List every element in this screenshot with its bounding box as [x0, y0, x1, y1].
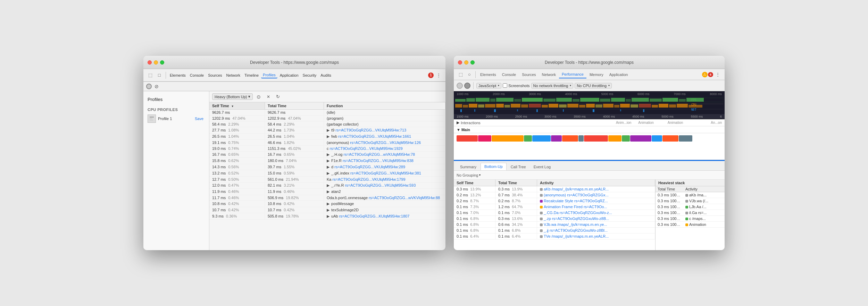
tab-performance-right[interactable]: Performance [559, 71, 586, 78]
heaviest-row-3[interactable]: 0.3 ms 100.0% LJb.Aa /... [656, 204, 725, 210]
tab-event-log[interactable]: Event Log [530, 163, 554, 170]
record-stop-icon[interactable] [146, 84, 152, 89]
inspect-icon[interactable]: □ [155, 71, 164, 79]
heaviest-row-2[interactable]: 0.3 ms 100.0% VJb.wa (/... [656, 198, 725, 204]
network-throttle-dropdown[interactable]: No network throttling ▾ [531, 83, 574, 88]
tab-memory-right[interactable]: Memory [587, 71, 606, 78]
javascript-dropdown[interactable]: JavaScript ▾ [476, 83, 501, 88]
tab-summary[interactable]: Summary [457, 163, 480, 170]
table-row[interactable]: 10.8 ms 0.42% 10.8 ms 0.42% ▶ postMessag… [209, 201, 445, 207]
cell-total-8: 0.1 ms 6.8% [495, 228, 537, 233]
bottom-row-7[interactable]: 0.1 ms 6.8% 0.6 ms 34.1% VJb.wa /maps/_/… [454, 222, 655, 228]
bottom-row-2[interactable]: 0.2 ms 13.2% 0.7 ms 38.4% (anonymous) rs… [454, 192, 655, 198]
header-total-time[interactable]: Total Time [265, 102, 324, 109]
svg-rect-15 [600, 99, 610, 102]
tab-elements-right[interactable]: Elements [477, 71, 499, 78]
minimize-button-right[interactable] [464, 60, 468, 65]
tab-application-left[interactable]: Application [278, 73, 300, 78]
tab-elements-left[interactable]: Elements [168, 73, 187, 78]
bottom-row-6[interactable]: 0.1 ms 6.8% 0.3 ms 13.6% _.zp rs=ACT9OoG… [454, 216, 655, 222]
tab-sources-left[interactable]: Sources [206, 73, 224, 78]
table-row[interactable]: 19.0 ms 0.74% 1151.3 ms 45.02% c rs=ACT9… [209, 146, 445, 152]
heaviest-row-4[interactable]: 0.3 ms 100.0% il.Ga rs=... [656, 210, 725, 216]
table-row[interactable]: 11.7 ms 0.46% 506.9 ms 19.82% Oda.b.port… [209, 195, 445, 201]
maximize-button-left[interactable] [160, 60, 164, 65]
clear-profiler-icon[interactable]: ✕ [265, 93, 272, 101]
save-profile-button[interactable]: Save [193, 116, 205, 121]
table-row[interactable]: 12.7 ms 0.50% 561.0 ms 21.94% Ka rs=ACT9… [209, 177, 445, 182]
cell-total: 506.9 ms 19.82% [265, 195, 324, 201]
svg-rect-55 [517, 109, 518, 111]
tab-console-right[interactable]: Console [499, 71, 519, 78]
table-row[interactable]: 11.9 ms 0.46% 11.9 ms 0.46% ▶ atan2 [209, 189, 445, 195]
heaviest-row-5[interactable]: 0.3 ms 100.0% c /maps... [656, 216, 725, 222]
bottom-row-1[interactable]: 0.3 ms 13.9% 0.3 ms 13.9% aKb /maps/_/js… [454, 186, 655, 192]
tab-console-left[interactable]: Console [188, 73, 206, 78]
header-total-time-bottom[interactable]: Total Time [495, 180, 537, 186]
maximize-button-right[interactable] [470, 60, 475, 65]
cursor-icon-right[interactable]: ⬚ [457, 70, 465, 79]
more-options-icon-left[interactable]: ⋮ [434, 71, 443, 79]
cursor-icon[interactable]: ⬚ [146, 71, 155, 79]
table-row[interactable]: 16.7 ms 0.65% 16.7 ms 0.65% ▶ _.H.og rs=… [209, 152, 445, 158]
timeline-overview: 1000 ms 2000 ms 3000 ms 4000 ms 5000 ms … [454, 91, 725, 114]
table-row[interactable]: 1202.9 ms 47.04% 1202.9 ms 47.04% (progr… [209, 116, 445, 121]
cell-total-4: 1.2 ms 64.7% [495, 204, 537, 210]
clear-icon[interactable]: ⊘ [152, 82, 161, 91]
cpu-throttle-dropdown[interactable]: No CPU throttling ▾ [575, 83, 612, 88]
tab-application-right[interactable]: Application [607, 71, 631, 78]
bottom-row-5[interactable]: 0.1 ms 7.0% 0.1 ms 7.0% _.CG.Da rs=ACT9O… [454, 210, 655, 216]
header-function[interactable]: Function [324, 102, 445, 109]
stop-button[interactable] [464, 83, 470, 89]
bottom-row-4[interactable]: 0.1 ms 7.3% 1.2 ms 64.7% Animation Frame… [454, 204, 655, 210]
tab-timeline-left[interactable]: Timeline [243, 73, 260, 78]
cell-total-5: 0.1 ms 7.0% [495, 210, 537, 215]
bottom-row-9[interactable]: 0.1 ms 6.4% 0.1 ms 6.4% TVe /maps/_/js/k… [454, 233, 655, 239]
tab-bottom-up[interactable]: Bottom-Up [481, 163, 507, 170]
flame-bar-9 [584, 135, 608, 142]
tab-sources-right[interactable]: Sources [519, 71, 539, 78]
tab-call-tree[interactable]: Call Tree [507, 163, 529, 170]
table-row[interactable]: 15.8 ms 0.62% 180.0 ms 7.04% ▶ F1e.R rs=… [209, 158, 445, 164]
minimize-button-left[interactable] [154, 60, 158, 65]
focus-icon[interactable]: ⊙ [255, 93, 262, 101]
nav-5500: 5500 ms [691, 115, 703, 118]
profile-item-1[interactable]: Profile 1 Save [143, 113, 209, 124]
svg-rect-29 [496, 104, 504, 108]
left-toolbar: ⬚ □ Elements Console Sources Network Tim… [143, 69, 445, 82]
heaviest-row-1[interactable]: 0.3 ms 100.0% aKb /ma... [656, 192, 725, 198]
more-icon-right[interactable]: ⋮ [713, 70, 722, 79]
bottom-row-3[interactable]: 0.2 ms 8.7% 0.2 ms 8.7% Recalculate Styl… [454, 198, 655, 204]
close-button-left[interactable] [148, 60, 152, 65]
heaviest-row-6[interactable]: 0.3 ms 100.0% Animation [656, 222, 725, 228]
table-row[interactable]: 27.7 ms 1.08% 44.2 ms 1.73% ▶ t9 rs=ACT9… [209, 127, 445, 134]
table-row[interactable]: 14.3 ms 0.56% 39.7 ms 1.55% ▶ d rs=ACT9O… [209, 164, 445, 170]
tab-audits-left[interactable]: Audits [319, 73, 333, 78]
table-row[interactable]: 10.7 ms 0.42% 10.7 ms 0.42% ▶ texSubImag… [209, 207, 445, 213]
table-row[interactable]: 12.0 ms 0.47% 82.1 ms 3.21% ▶ _.rYe.R rs… [209, 182, 445, 189]
view-mode-dropdown[interactable]: Heavy (Bottom Up) ▾ [212, 93, 253, 100]
refresh-profiler-icon[interactable]: ↻ [274, 93, 282, 101]
time-3: 4000 ms [565, 92, 577, 96]
tab-network-left[interactable]: Network [225, 73, 242, 78]
header-activity[interactable]: Activity [537, 180, 655, 186]
screenshots-checkbox[interactable]: Screenshots [503, 83, 529, 88]
svg-rect-24 [455, 104, 462, 108]
screenshots-input[interactable] [503, 83, 507, 88]
table-row[interactable]: 19.1 ms 0.75% 46.6 ms 1.82% (anonymous) … [209, 140, 445, 146]
tab-security-left[interactable]: Security [301, 73, 318, 78]
table-row[interactable]: 13.2 ms 0.52% 15.0 ms 0.59% ▶ _.gK.index… [209, 170, 445, 177]
header-self-time-bottom[interactable]: Self Time [454, 180, 495, 186]
table-row[interactable]: 58.4 ms 2.29% 58.4 ms 2.29% (garbage col… [209, 121, 445, 127]
tab-network-right[interactable]: Network [539, 71, 559, 78]
bottom-row-8[interactable]: 0.1 ms 6.8% 0.1 ms 6.8% _.jj rs=ACT9OoGq… [454, 228, 655, 233]
tab-profiles-left[interactable]: Profiles [261, 72, 277, 78]
table-row[interactable]: 9.3 ms 0.36% 505.8 ms 19.78% ▶ uAb rs=AC… [209, 213, 445, 220]
inspect-icon-right[interactable]: ○ [465, 70, 474, 79]
svg-rect-54 [494, 109, 496, 112]
header-self-time[interactable]: Self Time ▼ [209, 102, 265, 109]
table-row[interactable]: 26.5 ms 1.04% 26.5 ms 1.04% ▶ fwb rs=ACT… [209, 134, 445, 140]
record-button[interactable] [457, 83, 463, 89]
close-button-right[interactable] [458, 60, 462, 65]
table-row[interactable]: 9626.7 ms 9626.7 ms (idle) [209, 110, 445, 116]
